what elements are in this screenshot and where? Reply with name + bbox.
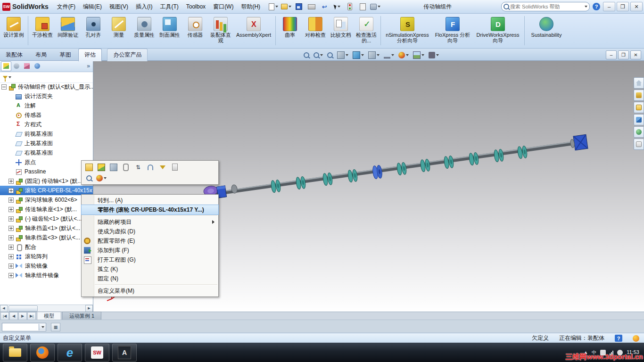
- expander-icon[interactable]: [8, 235, 14, 240]
- shaft-body[interactable]: [208, 142, 583, 195]
- tree-item-ball-bearing[interactable]: 深沟球轴承 6002<6>: [0, 195, 93, 205]
- sort-button[interactable]: ⇅: [132, 162, 144, 173]
- view-orientation-button[interactable]: [351, 50, 366, 60]
- rebuild-button[interactable]: [344, 1, 355, 12]
- tree-item-sensors[interactable]: 传感器: [0, 110, 93, 120]
- attachment-button[interactable]: [145, 162, 156, 173]
- file-explorer-button[interactable]: [634, 102, 644, 113]
- menu-item-open-drawing[interactable]: 打开工程图 (G): [82, 255, 218, 264]
- menu-item-configure-component[interactable]: 配置零部件 (E): [82, 236, 218, 246]
- menu-view[interactable]: 视图(V): [106, 1, 132, 13]
- magnetic-gear[interactable]: [372, 165, 383, 179]
- doc-close-button[interactable]: ✕: [630, 50, 641, 59]
- help-icon[interactable]: ?: [593, 3, 600, 10]
- taskbar-solidworks-button[interactable]: SW: [85, 344, 109, 362]
- expander-icon[interactable]: [8, 245, 14, 250]
- panel-expand-chevron[interactable]: »: [85, 63, 92, 69]
- scroll-left-icon[interactable]: ◀: [0, 305, 8, 312]
- appearances-button[interactable]: [634, 126, 644, 138]
- menu-insert[interactable]: 插入(I): [132, 1, 156, 13]
- scrollbar-thumb[interactable]: [8, 305, 38, 312]
- file-properties-button[interactable]: [357, 1, 368, 12]
- menu-window[interactable]: 窗口(W): [209, 1, 237, 13]
- tab-layout[interactable]: 布局: [30, 49, 52, 61]
- tree-item-magnetic-gear[interactable]: (-) 磁齿轮<1> (默认<...: [0, 214, 93, 223]
- filter-icon[interactable]: [3, 76, 8, 79]
- menu-edit[interactable]: 编辑(E): [79, 1, 106, 13]
- scroll-right-icon[interactable]: ▶: [85, 305, 93, 312]
- zoom-fit-button[interactable]: [302, 50, 311, 60]
- quick-tips-icon[interactable]: ?: [615, 335, 622, 342]
- ribbon-button-design-study[interactable]: 设计算例: [1, 15, 26, 39]
- chevron-down-icon[interactable]: [8, 76, 11, 78]
- search-input[interactable]: [509, 3, 584, 10]
- ribbon-button-sustainability[interactable]: Sustainability: [526, 15, 567, 39]
- open-part-button[interactable]: [83, 162, 95, 173]
- ribbon-button-assembly-xpert[interactable]: AssemblyXpert: [233, 15, 274, 39]
- feature-manager-tab[interactable]: [1, 61, 11, 71]
- expander-icon[interactable]: [8, 197, 14, 203]
- edit-appearance-button[interactable]: [396, 50, 411, 60]
- taskbar-firefox-button[interactable]: [30, 344, 55, 362]
- tree-item-drive-shaft[interactable]: (固定) 传动轴<1> (默...: [0, 176, 93, 186]
- menu-toolbox[interactable]: Toolbox: [182, 1, 209, 12]
- menu-item-component[interactable]: 零部件 (滚轮 CR-UPEB-SL-40x15x17 Y...): [82, 205, 218, 214]
- hide-show-items-button[interactable]: [382, 50, 396, 60]
- minimize-button[interactable]: –: [603, 2, 615, 11]
- tree-item-annotations[interactable]: 注解: [0, 101, 93, 110]
- expander-icon[interactable]: [8, 263, 14, 269]
- magnify-button[interactable]: [83, 173, 95, 183]
- taskbar-file-explorer-button[interactable]: [3, 344, 27, 362]
- tree-item-origin[interactable]: 原点: [0, 157, 93, 167]
- expander-icon[interactable]: [8, 273, 14, 278]
- view-palette-button[interactable]: [634, 114, 644, 125]
- expander-icon[interactable]: [8, 226, 14, 231]
- doc-restore-button[interactable]: ❒: [618, 50, 629, 59]
- tab-scroll-first-icon[interactable]: |◀: [0, 312, 9, 320]
- ribbon-button-symmetry-check[interactable]: 对称检查: [303, 15, 328, 39]
- design-library-button[interactable]: [634, 90, 644, 101]
- tree-item-equations[interactable]: 方程式: [0, 120, 93, 129]
- ribbon-button-hole-alignment[interactable]: 孔对齐: [81, 15, 106, 39]
- ribbon-button-interference-check[interactable]: 干涉检查: [30, 15, 55, 39]
- close-button[interactable]: ✕: [630, 2, 643, 11]
- ribbon-button-sensor[interactable]: 传感器: [182, 15, 208, 39]
- expander-icon[interactable]: [8, 207, 14, 212]
- strip-mini-button[interactable]: ▦: [51, 323, 60, 331]
- tree-item-roller-selected[interactable]: 滚轮 CR-UPEB-SL-40x15x: [0, 186, 93, 195]
- mate-button[interactable]: [120, 162, 132, 173]
- ribbon-button-clearance-verification[interactable]: 间隙验证: [55, 15, 81, 39]
- ribbon-button-measure[interactable]: 测量: [106, 15, 132, 39]
- save-button[interactable]: [293, 1, 305, 12]
- view-settings-button[interactable]: [427, 50, 441, 60]
- configuration-combobox[interactable]: [2, 323, 46, 331]
- tab-scroll-right-icon[interactable]: ▶: [18, 312, 27, 320]
- menu-help[interactable]: 帮助(H): [237, 1, 264, 13]
- tree-item-roller-mirror[interactable]: 滚轮镜像: [0, 261, 93, 271]
- display-style-button[interactable]: [366, 50, 381, 60]
- expander-icon[interactable]: [8, 179, 14, 184]
- tab-evaluate[interactable]: 评估: [78, 49, 102, 61]
- new-document-button[interactable]: [268, 1, 279, 12]
- ribbon-button-section-properties[interactable]: 剖面属性: [157, 15, 182, 39]
- maximize-button[interactable]: ❒: [617, 2, 629, 11]
- menu-item-customize-menu[interactable]: 自定义菜单(M): [82, 286, 218, 296]
- expander-icon[interactable]: [8, 216, 14, 222]
- horizontal-scrollbar[interactable]: ◀ ▶: [0, 304, 93, 312]
- tree-item-bearing-seat[interactable]: 传送轴承座<1> (默...: [0, 205, 93, 214]
- selection-filter-button[interactable]: [157, 162, 168, 173]
- tree-item-front-plane[interactable]: 前视基准面: [0, 129, 93, 139]
- configuration-manager-tab[interactable]: [22, 61, 32, 71]
- menu-item-goto[interactable]: 转到... (A): [82, 196, 218, 205]
- tab-office-products[interactable]: 办公室产品: [107, 49, 148, 61]
- menu-tools[interactable]: 工具(T): [156, 1, 182, 13]
- menu-item-make-virtual[interactable]: 使成为虚拟 (D): [82, 227, 218, 236]
- tree-item-roller-pattern[interactable]: 滚轮阵列: [0, 252, 93, 261]
- menu-item-isolate[interactable]: 孤立 (K): [82, 264, 218, 274]
- ribbon-button-simulationxpress[interactable]: nSimulationXpress 分析向导: [382, 15, 432, 45]
- tab-assembly[interactable]: 装配体: [0, 49, 28, 61]
- expander-icon[interactable]: [8, 254, 14, 259]
- display-manager-tab[interactable]: [32, 61, 42, 71]
- ribbon-button-compare-documents[interactable]: 比较文档: [328, 15, 354, 39]
- tree-item-passline[interactable]: Passline: [0, 167, 93, 176]
